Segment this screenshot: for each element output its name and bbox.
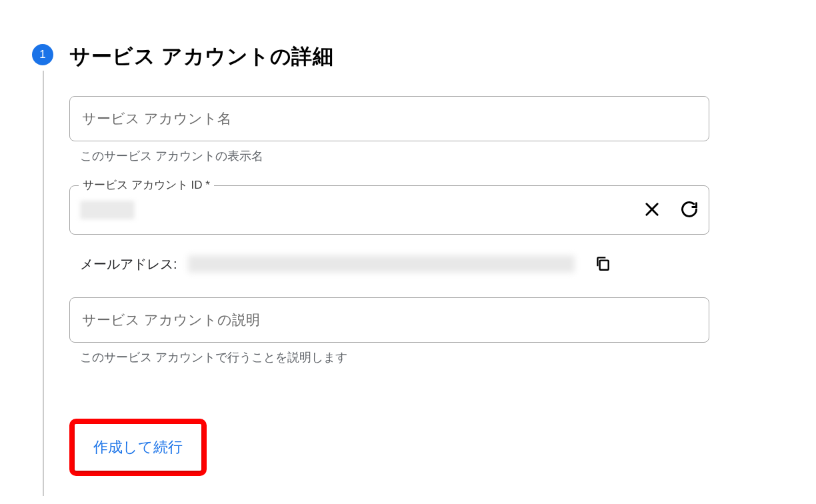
service-account-id-label: サービス アカウント ID *	[79, 177, 214, 193]
email-value-redacted	[188, 255, 575, 273]
step-badge: 1	[32, 44, 53, 65]
service-account-name-input[interactable]	[69, 96, 709, 141]
email-label: メールアドレス:	[80, 255, 177, 273]
create-and-continue-button[interactable]: 作成して続行	[75, 424, 201, 471]
service-account-description-help: このサービス アカウントで行うことを説明します	[80, 349, 709, 365]
clear-id-button[interactable]	[640, 198, 664, 222]
refresh-id-button[interactable]	[677, 198, 701, 222]
close-icon	[643, 200, 661, 221]
service-account-id-input[interactable]	[69, 185, 709, 235]
step-title: サービス アカウントの詳細	[69, 43, 333, 71]
svg-rect-2	[599, 260, 608, 269]
highlight-box: 作成して続行	[69, 419, 207, 476]
service-account-description-input[interactable]	[69, 297, 709, 343]
refresh-icon	[680, 200, 699, 221]
id-value-redacted	[80, 201, 135, 219]
copy-icon	[594, 255, 611, 274]
service-account-name-help: このサービス アカウントの表示名	[80, 148, 709, 164]
copy-email-button[interactable]	[591, 252, 615, 276]
step-number: 1	[39, 48, 45, 61]
